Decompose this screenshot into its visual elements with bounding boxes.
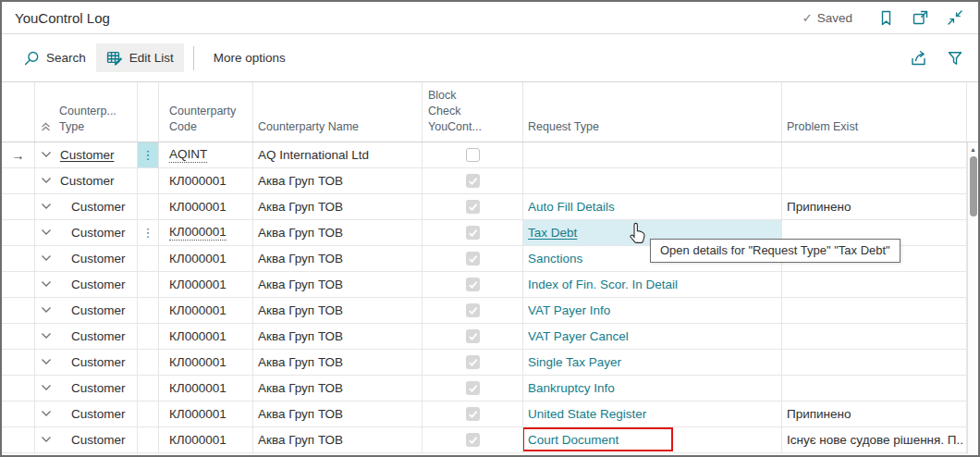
row-marker-cell[interactable] — [2, 220, 35, 245]
row-more-options-cell[interactable] — [138, 401, 159, 426]
row-marker-cell[interactable] — [2, 246, 35, 271]
cell-request-type[interactable]: Bankruptcy Info — [523, 376, 782, 401]
cell-counterparty-code[interactable]: КЛ000001 — [159, 401, 253, 426]
request-type-value[interactable]: Single Tax Payer — [528, 355, 621, 369]
cell-counterparty-code[interactable]: КЛ000001 — [159, 427, 253, 452]
expand-chevron-icon[interactable] — [41, 280, 52, 288]
expand-chevron-icon[interactable] — [41, 203, 52, 210]
column-header-counterparty-code[interactable]: Counterparty Code — [159, 82, 253, 142]
cell-counterparty-code[interactable]: КЛ000001 — [159, 194, 253, 219]
cell-counterparty-name[interactable]: Аква Груп ТОВ — [253, 298, 423, 323]
cell-problem-exist[interactable]: Припинено — [782, 401, 967, 426]
row-marker-cell[interactable] — [2, 401, 35, 426]
block-check-checkbox[interactable] — [466, 278, 480, 291]
cell-counterparty-type[interactable]: Customer — [35, 427, 138, 452]
cell-problem-exist[interactable] — [782, 376, 967, 401]
more-options-button[interactable]: More options — [203, 44, 296, 71]
cell-counterparty-name[interactable]: Аква Груп ТОВ — [253, 246, 423, 271]
block-check-checkbox[interactable] — [466, 355, 480, 369]
cell-block-check[interactable] — [423, 220, 523, 245]
row-marker-cell[interactable] — [2, 298, 35, 323]
request-type-value[interactable]: VAT Payer Cancel — [528, 329, 629, 343]
block-check-checkbox[interactable] — [466, 226, 480, 240]
row-marker-cell[interactable] — [2, 194, 35, 219]
row-more-options-cell[interactable] — [138, 350, 159, 375]
row-marker-cell[interactable] — [2, 350, 35, 375]
cell-counterparty-name[interactable]: Аква Груп ТОВ — [253, 194, 423, 219]
cell-counterparty-code[interactable]: КЛ000001 — [159, 324, 253, 349]
expand-chevron-icon[interactable] — [41, 436, 52, 443]
cell-request-type[interactable]: Auto Fill Details — [523, 194, 782, 219]
request-type-value[interactable]: Tax Debt — [528, 226, 577, 240]
cell-counterparty-type[interactable]: Customer — [35, 194, 138, 219]
row-more-options-cell[interactable] — [138, 246, 159, 271]
cell-counterparty-code[interactable]: КЛ000001 — [159, 298, 253, 323]
cell-counterparty-name[interactable]: Аква Груп ТОВ — [253, 376, 423, 401]
cell-counterparty-code[interactable]: КЛ000001 — [159, 350, 253, 375]
expand-chevron-icon[interactable] — [41, 384, 52, 391]
row-more-options-cell[interactable] — [138, 427, 159, 452]
cell-request-type[interactable] — [523, 168, 782, 193]
cell-counterparty-code[interactable]: КЛ000001 — [159, 376, 253, 401]
cell-block-check[interactable] — [423, 298, 523, 323]
edit-list-button[interactable]: Edit List — [96, 43, 184, 72]
column-header-request-type[interactable]: Request Type — [523, 82, 782, 142]
cell-counterparty-name[interactable]: Аква Груп ТОВ — [253, 350, 423, 375]
cell-request-type[interactable]: Court Document — [523, 427, 782, 452]
bookmark-button[interactable] — [878, 9, 894, 27]
row-more-options-cell[interactable] — [138, 194, 159, 219]
cell-counterparty-code[interactable]: КЛ000001 — [159, 220, 253, 245]
cell-problem-exist[interactable] — [782, 142, 967, 167]
block-check-checkbox[interactable] — [466, 148, 480, 162]
row-more-options-cell[interactable]: ⋮ — [138, 142, 159, 167]
row-marker-cell[interactable] — [2, 324, 35, 349]
cell-counterparty-type[interactable]: Customer — [35, 168, 138, 193]
block-check-checkbox[interactable] — [466, 381, 480, 395]
cell-counterparty-name[interactable]: AQ International Ltd — [253, 142, 423, 167]
cell-request-type[interactable] — [523, 142, 782, 167]
row-marker-cell[interactable] — [2, 168, 35, 193]
cell-block-check[interactable] — [423, 194, 523, 219]
request-type-value[interactable]: Court Document — [528, 433, 619, 447]
row-more-options-cell[interactable] — [138, 376, 159, 401]
cell-counterparty-type[interactable]: Customer — [35, 220, 138, 245]
cell-request-type[interactable]: VAT Payer Cancel — [523, 324, 782, 349]
cell-block-check[interactable] — [423, 168, 523, 193]
cell-request-type[interactable]: VAT Payer Info — [523, 298, 782, 323]
vertical-scrollbar[interactable]: ▲ — [967, 142, 978, 454]
expand-chevron-icon[interactable] — [41, 306, 52, 314]
row-marker-cell[interactable] — [2, 376, 35, 401]
cell-block-check[interactable] — [423, 142, 523, 167]
request-type-value[interactable]: Auto Fill Details — [528, 200, 615, 214]
request-type-value[interactable]: Sanctions — [528, 252, 582, 266]
block-check-checkbox[interactable] — [466, 252, 480, 266]
row-more-options-cell[interactable] — [138, 298, 159, 323]
cell-problem-exist[interactable] — [782, 168, 967, 193]
column-header-counterparty-type[interactable]: Counterp... Type — [35, 82, 138, 142]
cell-counterparty-code[interactable]: КЛ000001 — [159, 272, 253, 297]
scroll-up-button[interactable]: ▲ — [968, 142, 978, 155]
cell-counterparty-name[interactable]: Аква Груп ТОВ — [253, 168, 423, 193]
cell-request-type[interactable]: United State Register — [523, 401, 782, 426]
cell-counterparty-type[interactable]: Customer — [35, 142, 138, 167]
row-more-options-cell[interactable] — [138, 324, 159, 349]
request-type-value[interactable]: VAT Payer Info — [528, 303, 610, 317]
search-button[interactable]: Search — [13, 43, 96, 73]
block-check-checkbox[interactable] — [466, 407, 480, 421]
request-type-value[interactable]: United State Register — [528, 407, 646, 421]
popout-button[interactable] — [912, 9, 929, 26]
expand-chevron-icon[interactable] — [41, 177, 52, 184]
collapse-button[interactable] — [947, 9, 963, 26]
row-marker-cell[interactable] — [2, 272, 35, 297]
cell-block-check[interactable] — [423, 272, 523, 297]
cell-block-check[interactable] — [423, 401, 523, 426]
expand-chevron-icon[interactable] — [41, 254, 52, 262]
block-check-checkbox[interactable] — [466, 174, 480, 188]
cell-counterparty-type[interactable]: Customer — [35, 324, 138, 349]
cell-counterparty-type[interactable]: Customer — [35, 376, 138, 401]
row-more-options-cell[interactable] — [138, 168, 159, 193]
scrollbar-thumb[interactable] — [970, 156, 977, 216]
filter-button[interactable] — [947, 50, 963, 66]
block-check-checkbox[interactable] — [466, 433, 480, 447]
cell-problem-exist[interactable] — [782, 350, 967, 375]
